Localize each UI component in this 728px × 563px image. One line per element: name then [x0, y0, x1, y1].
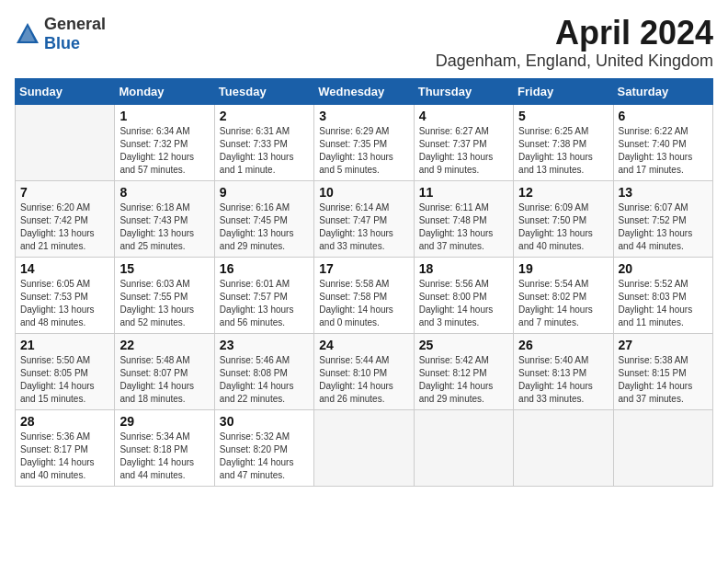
calendar-cell [514, 409, 613, 486]
day-info: Sunrise: 5:56 AMSunset: 8:00 PMDaylight:… [419, 278, 508, 329]
day-info: Sunrise: 6:25 AMSunset: 7:38 PMDaylight:… [518, 125, 608, 177]
day-number: 2 [220, 109, 309, 123]
calendar-cell: 6Sunrise: 6:22 AMSunset: 7:40 PMDaylight… [613, 104, 712, 180]
day-info: Sunrise: 6:34 AMSunset: 7:32 PMDaylight:… [119, 125, 209, 177]
day-number: 9 [220, 185, 309, 200]
week-row-3: 14Sunrise: 6:05 AMSunset: 7:53 PMDayligh… [16, 257, 713, 333]
day-info: Sunrise: 5:58 AMSunset: 7:58 PMDaylight:… [319, 278, 408, 329]
day-info: Sunrise: 5:44 AMSunset: 8:10 PMDaylight:… [319, 354, 408, 406]
day-info: Sunrise: 6:07 AMSunset: 7:52 PMDaylight:… [619, 201, 708, 253]
day-number: 5 [518, 109, 608, 123]
day-info: Sunrise: 6:18 AMSunset: 7:43 PMDaylight:… [119, 201, 209, 253]
calendar-cell: 10Sunrise: 6:14 AMSunset: 7:47 PMDayligh… [314, 180, 414, 257]
day-info: Sunrise: 6:31 AMSunset: 7:33 PMDaylight:… [220, 125, 309, 177]
calendar-cell: 30Sunrise: 5:32 AMSunset: 8:20 PMDayligh… [214, 409, 313, 486]
day-info: Sunrise: 5:34 AMSunset: 8:18 PMDaylight:… [119, 431, 209, 482]
day-info: Sunrise: 5:46 AMSunset: 8:08 PMDaylight:… [220, 354, 309, 406]
logo-blue: Blue [44, 34, 80, 52]
day-info: Sunrise: 5:36 AMSunset: 8:17 PMDaylight:… [20, 431, 109, 482]
calendar-cell [414, 409, 513, 486]
calendar-cell: 15Sunrise: 6:03 AMSunset: 7:55 PMDayligh… [115, 257, 214, 333]
day-number: 20 [619, 261, 708, 276]
calendar-cell: 12Sunrise: 6:09 AMSunset: 7:50 PMDayligh… [514, 180, 613, 257]
calendar-cell: 16Sunrise: 6:01 AMSunset: 7:57 PMDayligh… [214, 257, 313, 333]
day-number: 15 [119, 261, 209, 276]
calendar-cell: 25Sunrise: 5:42 AMSunset: 8:12 PMDayligh… [414, 333, 513, 409]
day-info: Sunrise: 6:09 AMSunset: 7:50 PMDaylight:… [518, 201, 608, 253]
day-number: 22 [119, 338, 209, 352]
day-header-tuesday: Tuesday [214, 78, 313, 104]
calendar-cell: 1Sunrise: 6:34 AMSunset: 7:32 PMDaylight… [115, 104, 214, 180]
day-number: 24 [319, 338, 408, 352]
day-number: 1 [119, 109, 209, 123]
calendar-cell: 24Sunrise: 5:44 AMSunset: 8:10 PMDayligh… [314, 333, 414, 409]
day-info: Sunrise: 6:29 AMSunset: 7:35 PMDaylight:… [319, 125, 408, 177]
day-info: Sunrise: 6:27 AMSunset: 7:37 PMDaylight:… [419, 125, 508, 177]
calendar-cell: 7Sunrise: 6:20 AMSunset: 7:42 PMDaylight… [16, 180, 115, 257]
day-info: Sunrise: 5:48 AMSunset: 8:07 PMDaylight:… [119, 354, 209, 406]
week-row-2: 7Sunrise: 6:20 AMSunset: 7:42 PMDaylight… [16, 180, 713, 257]
calendar-cell: 20Sunrise: 5:52 AMSunset: 8:03 PMDayligh… [613, 257, 712, 333]
logo-icon [15, 21, 40, 47]
calendar-cell: 18Sunrise: 5:56 AMSunset: 8:00 PMDayligh… [414, 257, 513, 333]
day-number: 27 [619, 338, 708, 352]
week-row-4: 21Sunrise: 5:50 AMSunset: 8:05 PMDayligh… [16, 333, 713, 409]
calendar-cell: 5Sunrise: 6:25 AMSunset: 7:38 PMDaylight… [514, 104, 613, 180]
day-number: 21 [20, 338, 109, 352]
day-info: Sunrise: 5:52 AMSunset: 8:03 PMDaylight:… [619, 278, 708, 329]
day-number: 4 [419, 109, 508, 123]
day-number: 10 [319, 185, 408, 200]
day-info: Sunrise: 6:11 AMSunset: 7:48 PMDaylight:… [419, 201, 508, 253]
day-number: 6 [619, 109, 708, 123]
calendar-cell: 26Sunrise: 5:40 AMSunset: 8:13 PMDayligh… [514, 333, 613, 409]
calendar-cell: 23Sunrise: 5:46 AMSunset: 8:08 PMDayligh… [214, 333, 313, 409]
header-row: SundayMondayTuesdayWednesdayThursdayFrid… [16, 78, 713, 104]
calendar-cell: 9Sunrise: 6:16 AMSunset: 7:45 PMDaylight… [214, 180, 313, 257]
logo-general: General [44, 15, 106, 33]
calendar-cell: 22Sunrise: 5:48 AMSunset: 8:07 PMDayligh… [115, 333, 214, 409]
day-info: Sunrise: 6:01 AMSunset: 7:57 PMDaylight:… [220, 278, 309, 329]
calendar-cell: 13Sunrise: 6:07 AMSunset: 7:52 PMDayligh… [613, 180, 712, 257]
calendar-cell: 3Sunrise: 6:29 AMSunset: 7:35 PMDaylight… [314, 104, 414, 180]
day-number: 11 [419, 185, 508, 200]
logo: General Blue [15, 15, 106, 53]
calendar-cell: 4Sunrise: 6:27 AMSunset: 7:37 PMDaylight… [414, 104, 513, 180]
day-number: 29 [119, 414, 209, 429]
day-info: Sunrise: 5:32 AMSunset: 8:20 PMDaylight:… [220, 431, 309, 482]
calendar-cell: 11Sunrise: 6:11 AMSunset: 7:48 PMDayligh… [414, 180, 513, 257]
location-title: Dagenham, England, United Kingdom [436, 52, 713, 71]
day-number: 16 [220, 261, 309, 276]
day-info: Sunrise: 5:42 AMSunset: 8:12 PMDaylight:… [419, 354, 508, 406]
day-info: Sunrise: 5:50 AMSunset: 8:05 PMDaylight:… [20, 354, 109, 406]
day-info: Sunrise: 6:05 AMSunset: 7:53 PMDaylight:… [20, 278, 109, 329]
day-header-thursday: Thursday [414, 78, 513, 104]
day-info: Sunrise: 5:38 AMSunset: 8:15 PMDaylight:… [619, 354, 708, 406]
day-info: Sunrise: 6:20 AMSunset: 7:42 PMDaylight:… [20, 201, 109, 253]
day-number: 14 [20, 261, 109, 276]
day-number: 12 [518, 185, 608, 200]
day-number: 25 [419, 338, 508, 352]
calendar-cell: 2Sunrise: 6:31 AMSunset: 7:33 PMDaylight… [214, 104, 313, 180]
day-number: 19 [518, 261, 608, 276]
calendar-cell [16, 104, 115, 180]
header: General Blue April 2024 Dagenham, Englan… [15, 15, 713, 71]
day-info: Sunrise: 5:54 AMSunset: 8:02 PMDaylight:… [518, 278, 608, 329]
day-info: Sunrise: 6:22 AMSunset: 7:40 PMDaylight:… [619, 125, 708, 177]
calendar-cell [613, 409, 712, 486]
month-title: April 2024 [436, 15, 713, 52]
calendar-cell: 8Sunrise: 6:18 AMSunset: 7:43 PMDaylight… [115, 180, 214, 257]
day-info: Sunrise: 6:03 AMSunset: 7:55 PMDaylight:… [119, 278, 209, 329]
day-info: Sunrise: 6:14 AMSunset: 7:47 PMDaylight:… [319, 201, 408, 253]
day-header-wednesday: Wednesday [314, 78, 414, 104]
calendar-cell: 28Sunrise: 5:36 AMSunset: 8:17 PMDayligh… [16, 409, 115, 486]
day-header-friday: Friday [514, 78, 613, 104]
day-info: Sunrise: 5:40 AMSunset: 8:13 PMDaylight:… [518, 354, 608, 406]
day-number: 23 [220, 338, 309, 352]
day-header-sunday: Sunday [16, 78, 115, 104]
day-header-saturday: Saturday [613, 78, 712, 104]
day-number: 3 [319, 109, 408, 123]
day-number: 17 [319, 261, 408, 276]
calendar-cell: 29Sunrise: 5:34 AMSunset: 8:18 PMDayligh… [115, 409, 214, 486]
calendar-cell: 14Sunrise: 6:05 AMSunset: 7:53 PMDayligh… [16, 257, 115, 333]
title-area: April 2024 Dagenham, England, United Kin… [436, 15, 713, 71]
